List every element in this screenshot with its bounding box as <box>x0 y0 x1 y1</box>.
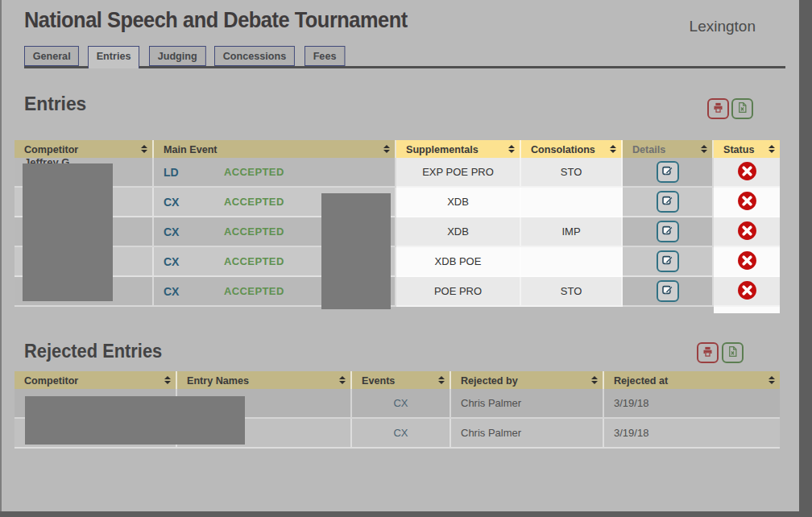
supplementals-cell: XDB <box>396 188 521 217</box>
col-header-competitor[interactable]: Competitor <box>14 371 177 389</box>
consolations-cell: STO <box>521 158 623 188</box>
accept-status: ACCEPTED <box>224 285 284 297</box>
event-code: CX <box>164 255 224 268</box>
export-entries-excel-button[interactable] <box>731 98 753 119</box>
sort-arrows-icon[interactable] <box>768 145 775 153</box>
col-header-main-event[interactable]: Main Event <box>154 140 396 158</box>
print-entries-button[interactable] <box>707 98 729 119</box>
consolations-cell: STO <box>521 277 623 307</box>
accept-status: ACCEPTED <box>224 196 284 208</box>
entry-row: CX ACCEPTED XDB <box>14 188 780 217</box>
rejected-at-cell: 3/19/18 <box>604 419 780 449</box>
page-title: National Speech and Debate Tournament <box>24 8 408 33</box>
sort-arrows-icon[interactable] <box>701 145 707 153</box>
consolations-cell <box>521 188 623 217</box>
reject-entry-button[interactable] <box>737 221 757 242</box>
edit-icon <box>661 283 674 299</box>
event-code: CX <box>164 225 224 238</box>
col-header-supplementals[interactable]: Supplementals <box>396 140 521 158</box>
sort-arrows-icon[interactable] <box>768 376 775 384</box>
excel-file-icon <box>727 345 739 360</box>
redaction-box-competitors <box>23 163 113 301</box>
red-x-circle-icon <box>737 221 757 243</box>
accept-status: ACCEPTED <box>224 255 284 267</box>
printer-icon <box>712 101 724 116</box>
sort-arrows-icon[interactable] <box>164 376 171 384</box>
sort-arrows-icon[interactable] <box>383 145 390 153</box>
rejected-by-cell: Chris Palmer <box>451 389 604 419</box>
tab-entries[interactable]: Entries <box>88 46 139 68</box>
consolations-cell: IMP <box>521 217 623 247</box>
red-x-circle-icon <box>737 250 757 273</box>
col-header-status[interactable]: Status <box>714 140 780 158</box>
status-cell <box>714 277 780 307</box>
col-header-events[interactable]: Events <box>352 371 451 389</box>
red-x-circle-icon <box>737 191 757 213</box>
details-cell <box>623 188 714 217</box>
reject-entry-button[interactable] <box>737 281 757 301</box>
edit-icon <box>661 164 674 180</box>
window-right-edge <box>799 0 812 517</box>
edit-entry-button[interactable] <box>657 221 679 242</box>
event-code: CX <box>164 285 224 298</box>
red-x-circle-icon <box>737 280 757 303</box>
details-cell <box>623 277 714 307</box>
reject-entry-button[interactable] <box>737 251 757 271</box>
excel-file-icon <box>736 101 748 116</box>
tab-general[interactable]: General <box>24 46 79 66</box>
print-rejected-button[interactable] <box>697 342 719 363</box>
sort-arrows-icon[interactable] <box>591 376 598 384</box>
event-code: LD <box>164 166 224 179</box>
reject-entry-button[interactable] <box>737 162 757 182</box>
tab-fees[interactable]: Fees <box>304 46 345 66</box>
col-header-rejected-at[interactable]: Rejected at <box>604 371 780 389</box>
edit-entry-button[interactable] <box>657 280 679 302</box>
edit-entry-button[interactable] <box>657 191 679 213</box>
entries-table-header: Competitor Main Event Supplementals Cons… <box>14 140 780 158</box>
sort-arrows-icon[interactable] <box>438 376 445 384</box>
details-cell <box>623 158 714 188</box>
col-header-consolations[interactable]: Consolations <box>521 140 623 158</box>
status-cell <box>714 188 780 217</box>
reject-entry-button[interactable] <box>737 192 757 212</box>
printer-icon <box>702 345 714 360</box>
entry-row: CX ACCEPTED XDB IMP <box>14 217 780 247</box>
entry-row: LD ACCEPTED EXP POE PRO STO <box>14 158 780 188</box>
accept-status: ACCEPTED <box>224 166 284 178</box>
tab-judging[interactable]: Judging <box>149 46 205 66</box>
edit-entry-button[interactable] <box>657 161 679 183</box>
col-header-competitor[interactable]: Competitor <box>14 140 154 158</box>
events-cell: CX <box>352 419 451 449</box>
details-cell <box>623 217 714 247</box>
entry-row: CX ACCEPTED XDB POE <box>14 247 780 277</box>
col-header-details[interactable]: Details <box>623 140 714 158</box>
entries-heading: Entries <box>24 93 86 115</box>
window-bottom-edge <box>0 511 812 517</box>
supplementals-cell: XDB POE <box>396 247 521 277</box>
main-event-cell: LD ACCEPTED <box>154 158 396 188</box>
status-column-stub <box>714 307 780 313</box>
redaction-box-entry-codes <box>321 193 391 309</box>
red-x-circle-icon <box>737 161 757 184</box>
rejected-at-cell: 3/19/18 <box>604 389 780 419</box>
sort-arrows-icon[interactable] <box>339 376 346 384</box>
details-cell <box>623 247 714 277</box>
events-cell: CX <box>352 389 451 419</box>
edit-entry-button[interactable] <box>657 250 679 272</box>
entry-row: CX ACCEPTED POE PRO STO <box>14 277 780 307</box>
sort-arrows-icon[interactable] <box>610 145 616 153</box>
sort-arrows-icon[interactable] <box>141 145 147 153</box>
edit-icon <box>661 224 674 239</box>
accept-status: ACCEPTED <box>224 225 284 238</box>
tournament-entries-page: National Speech and Debate Tournament Le… <box>0 0 812 517</box>
export-rejected-excel-button[interactable] <box>722 342 744 363</box>
edit-icon <box>661 194 674 209</box>
rejected-by-cell: Chris Palmer <box>451 419 604 449</box>
tab-bar: General Entries Judging Concessions Fees <box>24 46 785 68</box>
tournament-location: Lexington <box>690 18 756 35</box>
col-header-entry-names[interactable]: Entry Names <box>177 371 352 389</box>
edit-icon <box>661 254 674 269</box>
tab-concessions[interactable]: Concessions <box>214 46 295 66</box>
sort-arrows-icon[interactable] <box>508 145 515 153</box>
col-header-rejected-by[interactable]: Rejected by <box>451 371 604 389</box>
